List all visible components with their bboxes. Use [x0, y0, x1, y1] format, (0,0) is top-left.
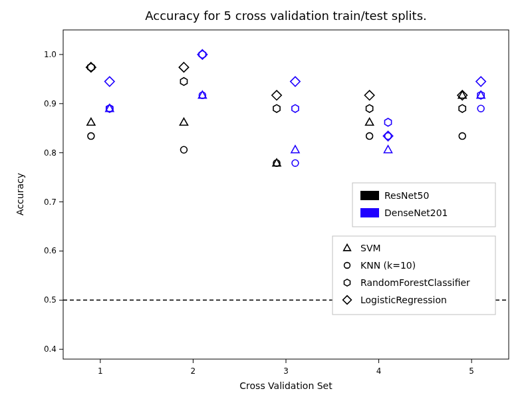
legend-colors: ResNet50DenseNet201 [352, 183, 495, 227]
data-point [179, 63, 188, 72]
data-point [272, 90, 281, 100]
y-ticks: 0.40.50.60.70.80.91.0 [44, 50, 63, 354]
x-tick-label: 5 [469, 366, 474, 376]
legend-markers: SVMKNN (k=10)RandomForestClassifierLogis… [332, 236, 495, 315]
x-tick-label: 2 [191, 366, 196, 376]
y-tick-label: 0.8 [44, 148, 57, 158]
data-point [181, 146, 188, 153]
chart-title: Accuracy for 5 cross validation train/te… [145, 9, 427, 23]
y-tick-label: 0.6 [44, 246, 57, 255]
x-ticks: 12345 [98, 359, 474, 376]
data-point [477, 105, 484, 112]
data-point [87, 118, 95, 126]
legend-color-swatch [360, 191, 379, 200]
legend-color-box [352, 183, 495, 227]
y-tick-label: 1.0 [44, 50, 57, 59]
data-point [366, 133, 373, 140]
data-point [366, 104, 373, 112]
data-point [180, 78, 187, 86]
data-point [273, 104, 280, 112]
x-tick-label: 4 [376, 366, 382, 376]
data-point [292, 160, 299, 166]
legend-marker-label: SVM [360, 243, 381, 253]
legend-marker-label: RandomForestClassifier [360, 277, 470, 288]
data-point [459, 104, 466, 112]
legend-color-label: DenseNet201 [384, 207, 448, 218]
data-points [86, 50, 486, 166]
data-point [476, 76, 485, 86]
data-point [384, 118, 391, 126]
data-point [291, 146, 299, 153]
y-tick-label: 0.4 [44, 344, 57, 354]
data-point [88, 133, 94, 140]
data-point [291, 76, 300, 86]
data-point [364, 90, 374, 100]
y-tick-label: 0.9 [44, 99, 57, 108]
chart-container: Accuracy for 5 cross validation train/te… [0, 0, 532, 399]
legend-color-swatch [360, 208, 379, 217]
legend-marker-label: LogisticRegression [360, 295, 447, 305]
data-point [180, 118, 188, 126]
data-point [292, 104, 299, 112]
x-axis-label: Cross Validation Set [239, 380, 332, 391]
x-tick-label: 1 [98, 366, 103, 376]
data-point [459, 133, 466, 140]
data-point [366, 118, 374, 126]
data-point [384, 146, 392, 153]
x-tick-label: 3 [283, 366, 289, 376]
legend-color-label: ResNet50 [384, 190, 429, 201]
y-tick-label: 0.7 [44, 198, 57, 207]
y-axis-label: Accuracy [15, 173, 25, 215]
legend-marker-label: KNN (k=10) [360, 260, 416, 271]
y-tick-label: 0.5 [44, 295, 57, 305]
chart-svg: Accuracy for 5 cross validation train/te… [0, 0, 532, 399]
data-point [105, 76, 114, 86]
